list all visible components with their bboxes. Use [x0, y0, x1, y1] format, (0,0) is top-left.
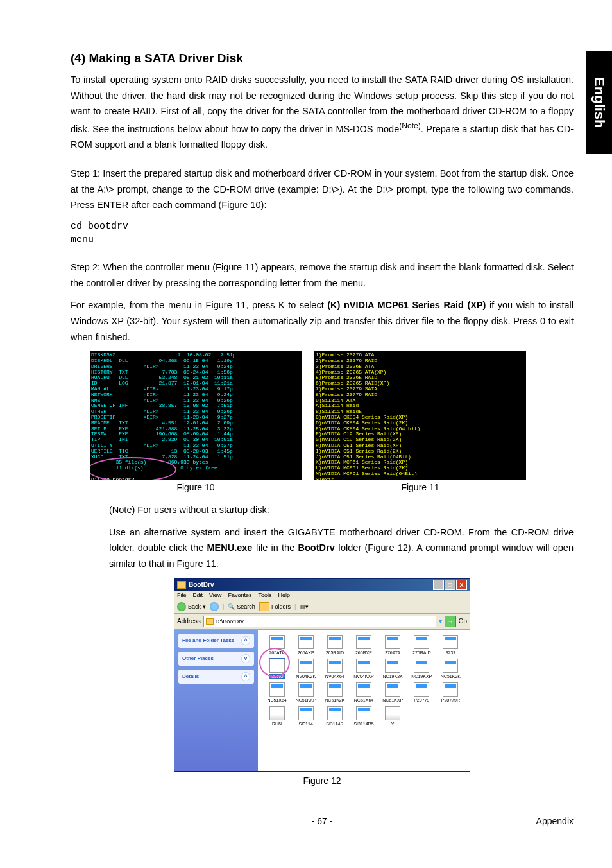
back-button[interactable]: Back ▾: [177, 602, 206, 611]
menu-item[interactable]: Help: [278, 592, 290, 598]
side-panel: File and Folder Tasks^ Other Placesv Det…: [174, 630, 258, 771]
go-label: Go: [459, 618, 467, 625]
file-item[interactable]: MENU: [263, 659, 291, 679]
chevron-icon: ^: [241, 672, 250, 681]
menu-item[interactable]: Edit: [193, 592, 203, 598]
code-block: cd bootdrv menu: [71, 220, 574, 247]
file-item[interactable]: P20779R: [437, 682, 464, 702]
file-item[interactable]: 276RAID: [408, 635, 436, 655]
menu-item[interactable]: Tools: [258, 592, 271, 598]
window-titlebar[interactable]: BootDrv _ □ X: [174, 579, 470, 591]
file-folder-tasks[interactable]: File and Folder Tasks^: [178, 634, 254, 648]
file-item[interactable]: NC19K2K: [379, 659, 407, 679]
menu-item[interactable]: File: [177, 592, 187, 598]
folder-icon: [206, 618, 214, 625]
back-icon: [177, 602, 186, 611]
file-item[interactable]: 265AXP: [292, 635, 319, 655]
views-button[interactable]: ▥▾: [300, 603, 309, 610]
section-heading: (4) Making a SATA Driver Disk: [71, 51, 574, 65]
folders-button[interactable]: Folders: [259, 602, 291, 611]
figure-12-explorer-window: BootDrv _ □ X FileEditViewFavoritesTools…: [174, 578, 470, 772]
figure-11-label: Figure 11: [401, 482, 439, 492]
paragraph-step2b: For example, from the menu in Figure 11,…: [71, 297, 574, 345]
note-heading: (Note) For users without a startup disk:: [109, 502, 574, 518]
paragraph-step1: Step 1: Insert the prepared startup disk…: [71, 166, 574, 213]
close-button[interactable]: X: [456, 580, 467, 590]
forward-icon: [210, 602, 219, 611]
highlight-ellipse: [90, 457, 176, 480]
file-item[interactable]: SI3114: [292, 706, 319, 726]
address-input[interactable]: D:\BootDrv: [203, 616, 436, 627]
file-item[interactable]: NC61K2K: [321, 682, 348, 702]
figure-10-label: Figure 10: [176, 482, 214, 492]
file-item[interactable]: NC51K2K: [437, 659, 464, 679]
maximize-button[interactable]: □: [445, 580, 455, 590]
note-superscript: (Note): [399, 121, 421, 130]
forward-button[interactable]: [210, 602, 219, 611]
paragraph-intro: To install operating system onto RAID di…: [71, 72, 574, 153]
note-body: Use an alternative system and insert the…: [109, 525, 574, 572]
figure-12-label: Figure 12: [303, 776, 341, 786]
file-list[interactable]: 265ATA265AXP265RAID265RXP276ATA276RAID82…: [258, 630, 470, 771]
figure-10-dos-window: DISKDSKZ 1 10-08-02 7:51pDISKHDL DLL 94,…: [90, 351, 302, 480]
file-item[interactable]: NV04KXP: [350, 659, 377, 679]
chevron-icon: v: [241, 654, 250, 663]
file-item[interactable]: NV04X64: [321, 659, 348, 679]
file-item[interactable]: NC19KXP: [408, 659, 436, 679]
toolbar[interactable]: Back ▾ | 🔍 Search Folders | ▥▾: [174, 600, 470, 614]
language-tab: English: [586, 51, 612, 154]
file-item[interactable]: P20779: [408, 682, 436, 702]
file-item[interactable]: 265ATA: [263, 635, 291, 655]
page-footer: - 67 - Appendix: [71, 812, 574, 826]
figure-11-dos-window: 1)Promise 20276 ATA2)Promise 20276 RAID3…: [314, 351, 526, 480]
file-item[interactable]: NV04K2K: [292, 659, 319, 679]
file-item[interactable]: SI3114R: [321, 706, 348, 726]
file-item[interactable]: SI3114R5: [350, 706, 377, 726]
folder-icon: [259, 602, 269, 611]
chevron-icon: ^: [241, 636, 250, 645]
folder-icon: [177, 581, 186, 589]
file-item[interactable]: NC51X64: [263, 682, 291, 702]
file-item[interactable]: NC61KXP: [379, 682, 407, 702]
file-item[interactable]: 265RXP: [350, 635, 377, 655]
file-item[interactable]: 276ATA: [379, 635, 407, 655]
minimize-button[interactable]: _: [433, 580, 444, 590]
menu-item[interactable]: View: [209, 592, 221, 598]
file-item[interactable]: NC51KXP: [292, 682, 319, 702]
other-places[interactable]: Other Placesv: [178, 652, 254, 666]
paragraph-step2a: Step 2: When the controller menu (Figure…: [71, 259, 574, 291]
details[interactable]: Details^: [178, 670, 254, 684]
page-number: - 67 -: [312, 816, 333, 826]
file-item[interactable]: NC61X64: [350, 682, 377, 702]
file-item[interactable]: Y: [379, 706, 407, 726]
file-item[interactable]: 265RAID: [321, 635, 348, 655]
address-label: Address: [177, 618, 201, 625]
footer-section: Appendix: [536, 816, 574, 826]
go-button[interactable]: →: [445, 616, 456, 627]
menu-item[interactable]: Favorites: [228, 592, 251, 598]
search-button[interactable]: 🔍 Search: [228, 603, 255, 610]
file-item[interactable]: 8237: [437, 635, 464, 655]
menubar[interactable]: FileEditViewFavoritesToolsHelp: [174, 591, 470, 600]
file-item[interactable]: RUN: [263, 706, 291, 726]
